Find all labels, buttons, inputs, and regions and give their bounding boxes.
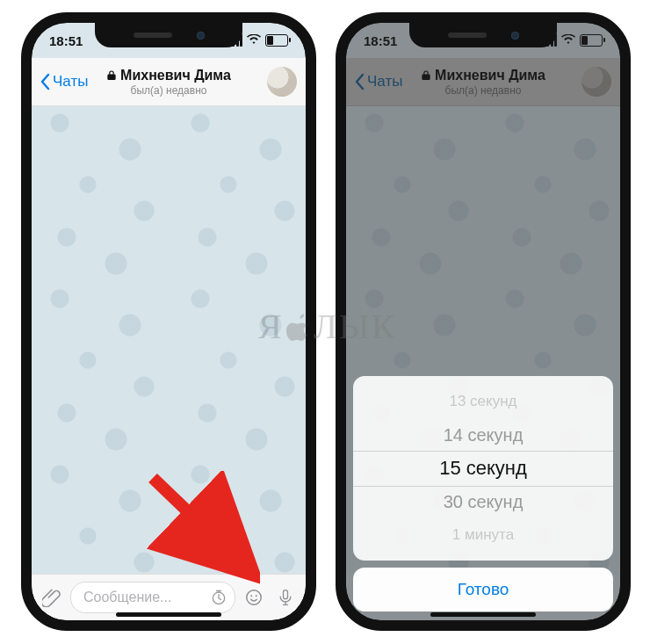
back-button[interactable]: Чаты xyxy=(32,73,88,90)
done-button[interactable]: Готово xyxy=(353,568,613,611)
back-label: Чаты xyxy=(53,73,88,90)
microphone-icon xyxy=(277,588,294,607)
paperclip-icon xyxy=(42,588,61,607)
device-notch xyxy=(95,23,242,47)
battery-icon xyxy=(265,34,288,47)
duration-picker[interactable]: 13 секунд 14 секунд 15 секунд 30 секунд … xyxy=(353,376,613,561)
picker-option[interactable]: 14 секунд xyxy=(353,418,613,452)
svg-point-2 xyxy=(250,595,252,597)
picker-option[interactable]: 30 секунд xyxy=(353,485,613,518)
self-destruct-timer-button[interactable] xyxy=(208,587,229,608)
phone-right: 18:51 Чаты xyxy=(336,12,631,631)
chevron-left-icon xyxy=(39,73,51,90)
attach-button[interactable] xyxy=(39,584,65,611)
picker-option-selected[interactable]: 15 секунд xyxy=(353,452,613,485)
message-placeholder: Сообщение... xyxy=(83,590,171,605)
home-indicator xyxy=(116,612,221,617)
phone-left: 18:51 Чаты xyxy=(21,12,316,631)
sticker-icon xyxy=(244,588,264,607)
message-input[interactable]: Сообщение... xyxy=(70,582,235,613)
timer-icon xyxy=(210,589,228,606)
home-indicator xyxy=(430,612,536,617)
sticker-button[interactable] xyxy=(241,584,267,611)
svg-point-1 xyxy=(247,590,262,605)
picker-option[interactable]: 1 минута xyxy=(353,518,613,552)
voice-button[interactable] xyxy=(272,584,299,611)
chat-header: Чаты Михневич Дима был(а) недавно xyxy=(32,58,306,106)
svg-point-3 xyxy=(256,595,257,597)
chat-background xyxy=(32,105,306,575)
status-time: 18:51 xyxy=(49,33,83,48)
svg-rect-4 xyxy=(284,590,288,599)
timer-picker-sheet: 13 секунд 14 секунд 15 секунд 30 секунд … xyxy=(353,376,613,611)
picker-option[interactable]: 13 секунд xyxy=(353,385,613,418)
device-notch xyxy=(409,23,557,47)
chat-title: Михневич Дима xyxy=(120,68,231,83)
wifi-icon xyxy=(247,34,261,47)
avatar[interactable] xyxy=(267,67,297,97)
lock-icon xyxy=(106,69,117,81)
